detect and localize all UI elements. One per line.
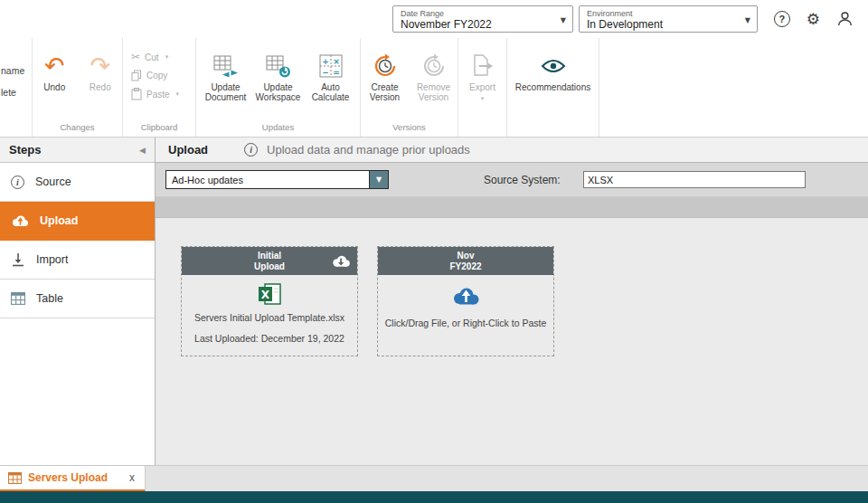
new-upload-card-header: Nov FY2022 [378, 247, 553, 275]
copy-button[interactable]: Copy [131, 70, 192, 81]
recommendations-button[interactable]: Recommendations [510, 52, 597, 92]
sidebar-item-label: Table [36, 292, 63, 305]
remove-version-icon [420, 53, 448, 79]
upload-toolbar: Ad-Hoc updates ▼ Source System: [156, 163, 868, 197]
group-label-export [458, 122, 506, 137]
table-icon [8, 472, 22, 484]
group-label-versions: Versions [361, 122, 458, 137]
environment-label: Environment [587, 9, 737, 18]
ribbon-group-recommendations: Recommendations [507, 38, 599, 137]
group-label-updates: Updates [196, 122, 360, 137]
new-upload-dropzone-card[interactable]: Nov FY2022 Click/Drag File, [377, 246, 554, 356]
sidebar-item-upload[interactable]: Upload [0, 202, 155, 241]
auto-calculate-icon: + × − = [319, 54, 343, 78]
svg-text:+: + [322, 57, 329, 66]
chevron-down-icon: ▼ [369, 171, 388, 188]
info-icon: i [244, 143, 258, 157]
gear-icon[interactable]: ⚙ [807, 11, 820, 27]
initial-upload-card[interactable]: Initial Upload [181, 246, 358, 356]
environment-dropdown[interactable]: Environment In Development ▼ [579, 5, 758, 33]
paste-icon [131, 88, 142, 100]
chevron-down-icon: ▼ [745, 16, 750, 24]
group-label-recommendations [507, 122, 599, 137]
upload-cloud-blue-icon [450, 285, 481, 307]
download-template-icon[interactable] [331, 254, 351, 270]
group-label-changes: Changes [33, 122, 122, 137]
ribbon-group-cutoff: name lete [0, 38, 33, 137]
update-type-dropdown[interactable]: Ad-Hoc updates ▼ [165, 170, 389, 189]
app-window: Date Range November FY2022 ▼ Environment… [0, 0, 868, 503]
ribbon-group-updates: Update Document [196, 38, 361, 137]
delete-button-cutoff[interactable]: lete [1, 87, 16, 98]
redo-icon: ↷ [90, 54, 110, 78]
steps-header: Steps ◀ [0, 138, 155, 163]
last-uploaded-text: Last Uploaded: December 19, 2022 [194, 333, 344, 344]
chevron-down-icon: ▾ [165, 53, 169, 61]
bottom-tab-bar: Servers Upload x [0, 465, 868, 491]
ribbon-group-versions: Create Version Remove Version [361, 38, 458, 137]
update-workspace-button[interactable]: Update Workspace [253, 52, 304, 102]
redo-button[interactable]: ↷ Redo [79, 52, 123, 92]
remove-version-button[interactable]: Remove Version [410, 52, 458, 102]
initial-upload-card-body: X Servers Initial Upload Template.xlsx L… [182, 275, 357, 344]
import-download-icon [11, 252, 25, 267]
excel-file-icon: X [258, 283, 281, 305]
source-system-label: Source System: [484, 174, 561, 186]
create-version-button[interactable]: Create Version [362, 52, 409, 102]
page-title: Upload [168, 143, 208, 157]
sidebar-item-table[interactable]: Table [0, 280, 155, 318]
update-workspace-icon [266, 54, 291, 78]
source-system-input[interactable] [583, 171, 806, 188]
dropzone-instruction: Click/Drag File, or Right-Click to Paste [385, 318, 547, 328]
copy-icon [131, 70, 142, 81]
date-range-dropdown[interactable]: Date Range November FY2022 ▼ [392, 5, 573, 33]
info-icon: i [11, 176, 24, 189]
profile-icon[interactable] [836, 10, 854, 27]
top-bar: Date Range November FY2022 ▼ Environment… [0, 0, 868, 38]
sidebar-item-import[interactable]: Import [0, 241, 155, 280]
status-footer-bar [0, 491, 868, 503]
sidebar-item-source[interactable]: i Source [0, 163, 155, 202]
export-icon [472, 54, 493, 78]
tab-servers-upload[interactable]: Servers Upload x [0, 466, 146, 492]
undo-button[interactable]: ↶ Undo [33, 52, 77, 92]
chevron-down-icon: ▾ [481, 95, 485, 102]
svg-text:X: X [261, 289, 270, 301]
table-icon [11, 292, 25, 305]
initial-upload-card-header: Initial Upload [182, 247, 357, 275]
collapse-panel-icon[interactable]: ◀ [139, 146, 146, 155]
auto-calculate-button[interactable]: + × − = Auto Calculate [306, 52, 356, 102]
export-button[interactable]: Export ▾ [461, 52, 505, 102]
date-range-label: Date Range [401, 9, 552, 18]
environment-value: In Development [587, 18, 737, 31]
uploaded-file-name: Servers Initial Upload Template.xlsx [194, 312, 344, 323]
chevron-down-icon: ▾ [176, 90, 180, 98]
new-upload-card-body: Click/Drag File, or Right-Click to Paste [378, 275, 553, 328]
top-bar-icons: ? ⚙ [774, 10, 854, 27]
svg-text:−: − [322, 68, 329, 77]
main-panel: Upload i Upload data and manage prior up… [156, 138, 868, 465]
cut-button[interactable]: ✂ Cut ▾ [131, 51, 192, 63]
paste-button[interactable]: Paste ▾ [131, 88, 192, 100]
main-header: Upload i Upload data and manage prior up… [156, 138, 868, 163]
update-type-value: Ad-Hoc updates [166, 171, 369, 188]
close-tab-icon[interactable]: x [127, 471, 137, 484]
eye-icon [541, 59, 566, 73]
help-icon[interactable]: ? [774, 11, 790, 27]
sidebar-item-label: Upload [40, 214, 78, 227]
update-document-icon [213, 54, 239, 78]
page-subtitle: Upload data and manage prior uploads [267, 143, 470, 157]
ribbon-toolbar: name lete ↶ Undo ↷ Redo Changes ✂ Cut [0, 38, 868, 138]
undo-icon: ↶ [44, 54, 65, 78]
secondary-band [156, 197, 868, 218]
rename-button-cutoff[interactable]: name [1, 65, 24, 76]
ribbon-group-export: Export ▾ [458, 38, 507, 137]
ribbon-group-changes: ↶ Undo ↷ Redo Changes [33, 38, 123, 137]
cut-icon: ✂ [131, 51, 140, 63]
group-label-clipboard: Clipboard [123, 122, 195, 137]
svg-text:=: = [333, 68, 340, 77]
update-document-button[interactable]: Update Document [201, 52, 251, 102]
steps-sidebar: Steps ◀ i Source Upload [0, 138, 156, 465]
upload-cloud-icon [11, 214, 29, 227]
ribbon-spacer [599, 38, 868, 137]
